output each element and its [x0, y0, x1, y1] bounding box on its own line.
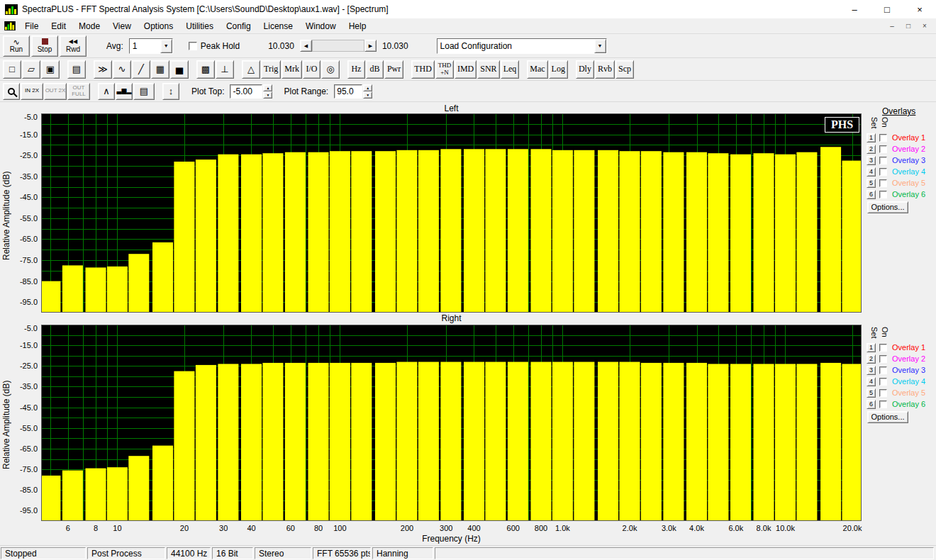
avg-dropdown-icon[interactable]: ▼ [160, 39, 172, 53]
plot-top-down-icon[interactable]: ▼ [263, 91, 272, 99]
overlay-on-checkbox-5[interactable] [879, 179, 887, 187]
menu-license[interactable]: License [257, 18, 299, 34]
mdi-minimize-icon[interactable]: – [885, 21, 899, 32]
overlay-set-button-5[interactable]: 5 [867, 388, 876, 398]
trigger-button[interactable]: Trig [261, 60, 281, 79]
overlay-on-checkbox-1[interactable] [879, 344, 887, 352]
save-button[interactable]: ▣ [41, 60, 60, 79]
overlay-on-checkbox-1[interactable] [879, 134, 887, 142]
dly-button[interactable]: Dly [576, 60, 594, 79]
load-configuration-dropdown-icon[interactable]: ▼ [594, 39, 606, 53]
zoom-in-2x-button[interactable]: IN 2X [21, 83, 43, 100]
hz-button[interactable]: Hz [347, 60, 365, 79]
spectrum-chart-right[interactable]: -5.0-15.0-25.0-35.0-45.0-55.0-65.0-75.0-… [13, 325, 864, 534]
run-button[interactable]: ∿ Run [3, 35, 30, 57]
peak-hold-toggle[interactable]: Peak Hold [189, 41, 240, 51]
overlay-set-button-4[interactable]: 4 [867, 377, 876, 386]
overlay-set-button-6[interactable]: 6 [867, 190, 876, 199]
overlay-on-checkbox-3[interactable] [879, 157, 887, 164]
thd-n-button[interactable]: THD+N [435, 60, 454, 79]
time-series-view-button[interactable]: ∿ [113, 60, 131, 79]
plot-top-spinner[interactable]: -5.00 ▲ ▼ [230, 84, 272, 99]
plot-top-up-icon[interactable]: ▲ [263, 84, 272, 91]
scrub-left-arrow-icon[interactable]: ◀ [300, 40, 312, 52]
mdi-close-icon[interactable]: × [918, 21, 932, 32]
io-device-button[interactable]: I/O [303, 60, 321, 79]
peak-hold-checkbox[interactable] [189, 42, 197, 50]
phase-view-button[interactable]: ╱ [132, 60, 150, 79]
menu-file[interactable]: File [18, 18, 45, 34]
menu-mode[interactable]: Mode [72, 18, 106, 34]
mac-button[interactable]: Mac [527, 60, 547, 79]
overlay-on-checkbox-6[interactable] [879, 191, 887, 198]
overlay-on-checkbox-3[interactable] [879, 366, 887, 374]
pwr-button[interactable]: Pwr [384, 60, 403, 79]
overlay-set-button-1[interactable]: 1 [867, 133, 876, 142]
overlay-options-button[interactable]: Options... [867, 411, 908, 423]
load-configuration-combobox[interactable]: Load Configuration ▼ [437, 38, 607, 54]
overlay-on-checkbox-4[interactable] [879, 168, 887, 176]
spectrum-view-button[interactable]: ▅ [170, 60, 189, 79]
menu-options[interactable]: Options [138, 18, 179, 34]
marker-tool-button[interactable]: ↕ [162, 83, 179, 100]
menu-window[interactable]: Window [299, 18, 342, 34]
overlay-on-checkbox-2[interactable] [879, 145, 887, 153]
plot-range-down-icon[interactable]: ▼ [363, 91, 372, 99]
plot-range-up-icon[interactable]: ▲ [363, 84, 372, 91]
scaling-button[interactable]: ⊥ [216, 60, 234, 79]
plot-range-spinner[interactable]: 95.0 ▲ ▼ [334, 84, 372, 99]
overlay-on-checkbox-6[interactable] [879, 401, 887, 408]
fast-forward-button[interactable]: ≫ [94, 60, 112, 79]
close-icon[interactable]: × [903, 0, 936, 18]
rwd-button[interactable]: ◀◀ Rwd [60, 35, 87, 57]
overlay-set-button-6[interactable]: 6 [867, 400, 876, 409]
overlay-set-button-2[interactable]: 2 [867, 354, 876, 364]
spectrum-chart-left[interactable]: -5.0-15.0-25.0-35.0-45.0-55.0-65.0-75.0-… [13, 113, 864, 313]
avg-combobox[interactable]: 1 ▼ [129, 38, 173, 54]
new-file-button[interactable]: □ [3, 60, 21, 79]
zoom-button[interactable] [3, 83, 20, 100]
stop-button[interactable]: Stop [31, 35, 58, 57]
menu-view[interactable]: View [106, 18, 138, 34]
log-button[interactable]: Log [549, 60, 568, 79]
overlay-set-button-3[interactable]: 3 [867, 366, 876, 375]
open-file-button[interactable]: ▱ [22, 60, 40, 79]
overlay-on-checkbox-2[interactable] [879, 355, 887, 363]
db-button[interactable]: dB [366, 60, 384, 79]
thd-button[interactable]: THD [411, 60, 435, 79]
signal-generator-button[interactable]: △ [242, 60, 260, 79]
overlay-set-button-5[interactable]: 5 [867, 179, 876, 188]
overlay-set-button-2[interactable]: 2 [867, 145, 876, 154]
time-scrub-track[interactable] [312, 40, 364, 52]
overlay-on-checkbox-5[interactable] [879, 389, 887, 397]
zoom-out-2x-button[interactable]: OUT 2X [44, 83, 67, 100]
menu-config[interactable]: Config [220, 18, 257, 34]
bar-display-button[interactable]: ▃▆▂ [116, 83, 133, 100]
overlay-on-checkbox-4[interactable] [879, 378, 887, 386]
menu-utilities[interactable]: Utilities [179, 18, 220, 34]
maximize-icon[interactable]: □ [871, 0, 903, 18]
scrub-right-arrow-icon[interactable]: ▶ [364, 40, 377, 52]
marker-button[interactable]: Mrk [282, 60, 302, 79]
leq-button[interactable]: Leq [501, 60, 520, 79]
scp-button[interactable]: Scp [615, 60, 634, 79]
rvb-button[interactable]: Rvb [595, 60, 615, 79]
overlay-set-button-4[interactable]: 4 [867, 167, 876, 177]
data-list-button[interactable]: ▤ [133, 83, 155, 100]
tone-button[interactable]: ◎ [321, 60, 340, 79]
menu-edit[interactable]: Edit [45, 18, 72, 34]
spectrogram-view-button[interactable]: ▦ [151, 60, 169, 79]
imd-button[interactable]: IMD [455, 60, 477, 79]
mdi-restore-icon[interactable]: □ [901, 21, 915, 32]
print-button[interactable]: ▤ [67, 60, 86, 79]
overlay-set-button-3[interactable]: 3 [867, 156, 876, 165]
menu-help[interactable]: Help [342, 18, 373, 34]
surface-view-button[interactable]: ▩ [196, 60, 215, 79]
snr-button[interactable]: SNR [477, 60, 499, 79]
zoom-out-full-button[interactable]: OUT FULL [67, 83, 90, 100]
minimize-icon[interactable]: – [838, 0, 871, 18]
plot-top-value[interactable]: -5.00 [230, 84, 262, 99]
peak-cursor-button[interactable]: ∧ [98, 83, 115, 100]
overlay-set-button-1[interactable]: 1 [867, 343, 876, 352]
overlay-options-button[interactable]: Options... [867, 201, 908, 213]
